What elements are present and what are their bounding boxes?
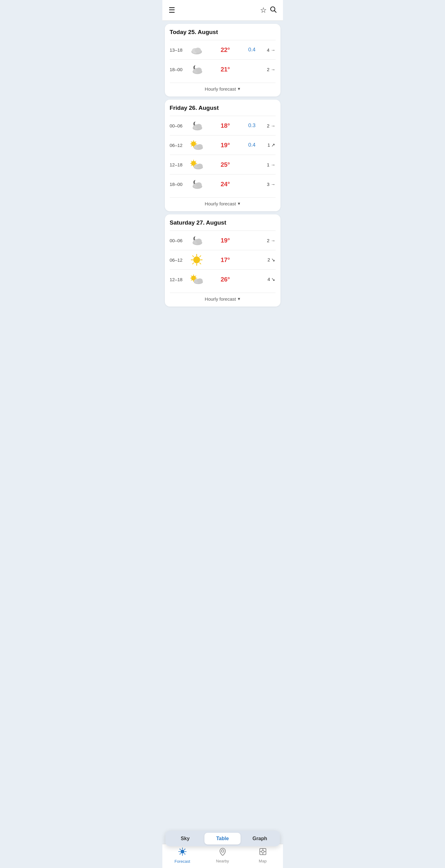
forecast-label: Forecast [174, 859, 190, 864]
svg-point-7 [196, 68, 202, 73]
wind-speed: 4 ↘ [259, 277, 276, 282]
wind-speed: 2 ↘ [259, 257, 276, 262]
main-content: Today 25. August 13–18 22° 0.4 4 → 18–00… [162, 21, 283, 347]
time-label: 12–18 [170, 277, 187, 282]
svg-line-46 [192, 256, 194, 257]
view-mode-popup: Sky Table Graph [165, 831, 280, 846]
partly-cloudy-day-icon [190, 273, 203, 286]
wind-speed: 2 → [259, 123, 276, 128]
forecast-icon [178, 847, 187, 858]
svg-point-4 [194, 48, 201, 53]
time-label: 12–18 [170, 162, 187, 167]
weather-row: 06–12 19° 0.4 1 ↗ [170, 135, 276, 155]
temperature: 21° [206, 66, 245, 73]
wind-speed: 2 → [259, 67, 276, 72]
weather-card-saturday: Saturday 27. August 00–06 19° 2 → 06–12 … [165, 214, 281, 307]
sky-tab[interactable]: Sky [167, 833, 203, 844]
hourly-forecast-button[interactable]: Hourly forecast ▾ [170, 83, 276, 92]
nearby-icon [219, 847, 227, 858]
svg-line-18 [195, 142, 196, 142]
map-icon [259, 847, 267, 858]
svg-line-58 [191, 280, 192, 281]
time-label: 00–06 [170, 123, 187, 128]
svg-line-30 [195, 161, 196, 161]
weather-row: 18–00 24° 3 → [170, 174, 276, 194]
weather-row: 00–06 18° 0.3 2 → [170, 116, 276, 135]
time-label: 00–06 [170, 238, 187, 243]
weather-row: 00–06 19° 2 → [170, 230, 276, 250]
time-label: 06–12 [170, 143, 187, 148]
chevron-down-icon: ▾ [238, 201, 240, 206]
temperature: 19° [206, 237, 245, 244]
hourly-forecast-button[interactable]: Hourly forecast ▾ [170, 197, 276, 206]
temperature: 19° [206, 142, 245, 149]
svg-point-41 [193, 256, 200, 263]
temperature: 22° [206, 46, 245, 54]
temperature: 18° [206, 122, 245, 129]
svg-line-55 [191, 276, 192, 276]
svg-point-22 [197, 144, 202, 149]
svg-line-57 [195, 276, 196, 276]
svg-line-19 [191, 146, 192, 146]
wind-speed: 2 → [259, 238, 276, 243]
wind-speed: 4 → [259, 47, 276, 53]
hourly-label: Hourly forecast [205, 86, 236, 92]
chevron-down-icon: ▾ [238, 86, 240, 92]
svg-point-62 [181, 850, 184, 854]
svg-line-16 [191, 142, 192, 142]
sunny-icon [190, 253, 203, 266]
svg-line-28 [191, 161, 192, 161]
weather-row: 13–18 22° 0.4 4 → [170, 40, 276, 59]
hourly-forecast-button[interactable]: Hourly forecast ▾ [170, 292, 276, 302]
svg-line-47 [199, 263, 201, 264]
chevron-down-icon: ▾ [238, 296, 240, 302]
search-button[interactable] [268, 4, 278, 16]
time-label: 13–18 [170, 47, 187, 53]
svg-line-68 [184, 854, 185, 854]
weather-row: 12–18 26° 4 ↘ [170, 270, 276, 289]
temperature: 17° [206, 256, 245, 264]
svg-line-70 [180, 854, 180, 854]
rain-amount: 0.3 [245, 123, 259, 129]
hourly-label: Hourly forecast [205, 296, 236, 302]
temperature: 26° [206, 276, 245, 283]
nearby-tab[interactable]: Nearby [202, 844, 243, 868]
svg-line-69 [184, 849, 185, 850]
table-tab[interactable]: Table [204, 833, 241, 844]
weather-row: 12–18 25° 1 → [170, 155, 276, 174]
svg-point-10 [196, 124, 202, 129]
svg-point-34 [197, 164, 202, 168]
wind-speed: 1 → [259, 162, 276, 167]
partly-cloudy-day-icon [190, 138, 203, 152]
forecast-tab[interactable]: Forecast [162, 844, 202, 868]
time-label: 06–12 [170, 257, 187, 262]
svg-line-1 [274, 11, 276, 13]
weather-card-today: Today 25. August 13–18 22° 0.4 4 → 18–00… [165, 24, 281, 96]
map-label: Map [259, 859, 266, 863]
svg-line-31 [191, 165, 192, 166]
favorite-button[interactable]: ☆ [259, 5, 268, 16]
app-header: ☰ ☆ [162, 0, 283, 21]
temperature: 24° [206, 181, 245, 188]
card-date-friday: Friday 26. August [170, 104, 276, 111]
temperature: 25° [206, 161, 245, 168]
nearby-label: Nearby [216, 859, 229, 863]
svg-point-40 [196, 239, 202, 244]
hourly-label: Hourly forecast [205, 201, 236, 206]
svg-line-67 [180, 849, 180, 850]
graph-tab[interactable]: Graph [242, 833, 278, 844]
map-tab[interactable]: Map [243, 844, 283, 868]
weather-row: 06–12 17° 2 ↘ [170, 250, 276, 270]
svg-point-73 [262, 850, 264, 853]
svg-point-61 [197, 278, 202, 283]
wind-speed: 1 ↗ [259, 142, 276, 148]
wind-speed: 3 → [259, 182, 276, 187]
weather-row: 18–00 21° 2 → [170, 59, 276, 79]
rain-amount: 0.4 [245, 142, 259, 148]
cloudy-icon [190, 43, 203, 56]
bottom-navigation: Forecast Nearby Map [162, 844, 283, 868]
time-label: 18–00 [170, 67, 187, 72]
svg-point-37 [196, 183, 202, 187]
svg-point-71 [221, 850, 224, 852]
menu-button[interactable]: ☰ [167, 5, 177, 16]
